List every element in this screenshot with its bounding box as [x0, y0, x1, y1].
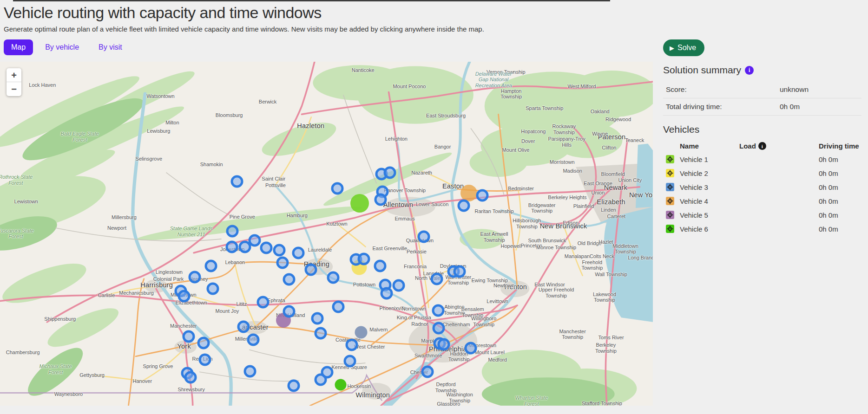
map-place-label: Carteret — [607, 213, 625, 220]
visit-marker[interactable] — [374, 260, 386, 272]
visit-marker[interactable] — [383, 166, 396, 179]
visit-marker[interactable] — [311, 312, 323, 324]
vehicle-3-home-marker[interactable] — [355, 326, 367, 339]
visit-marker[interactable] — [207, 283, 219, 295]
visit-marker[interactable] — [375, 194, 387, 206]
tab-by-visit[interactable]: By visit — [91, 39, 130, 55]
vehicle-6-home-marker[interactable] — [335, 379, 347, 390]
map-place-label: West Milford — [567, 84, 596, 90]
visit-marker[interactable] — [304, 264, 317, 276]
map-place-label: Mount Pocono — [393, 83, 426, 89]
visit-marker[interactable] — [465, 342, 477, 355]
visit-marker[interactable] — [226, 225, 239, 238]
map[interactable]: + − AllentownPhiladelphiaReadingHarrisbu… — [0, 62, 653, 406]
map-place-label: Shippensburg — [44, 316, 76, 322]
visit-marker[interactable] — [314, 327, 327, 339]
visit-marker[interactable] — [421, 366, 434, 378]
load-info-icon[interactable]: i — [758, 142, 766, 150]
vehicle-crosshair-icon — [666, 183, 674, 191]
visit-marker[interactable] — [283, 305, 296, 317]
vehicle-name: Vehicle 2 — [680, 169, 739, 177]
visit-marker[interactable] — [454, 265, 466, 278]
map-place-label: Pottstown — [353, 282, 375, 288]
solve-slot: ▶ Solve — [653, 39, 704, 56]
vehicle-driving-time: 0h 0m — [819, 225, 861, 233]
visit-marker[interactable] — [393, 279, 405, 291]
visit-marker[interactable] — [184, 371, 197, 384]
visit-marker[interactable] — [204, 260, 217, 272]
map-place-label: Chambersburg — [6, 349, 40, 356]
visit-marker[interactable] — [357, 252, 370, 265]
visit-marker[interactable] — [380, 287, 393, 299]
map-place-label: Toms River — [598, 334, 624, 340]
map-place-label: Manalapan — [565, 253, 590, 259]
visit-marker[interactable] — [178, 290, 191, 303]
visit-marker[interactable] — [476, 189, 489, 201]
visit-marker[interactable] — [257, 296, 270, 308]
zoom-out-button[interactable]: − — [7, 82, 21, 96]
visit-marker[interactable] — [231, 175, 243, 188]
visit-marker[interactable] — [199, 353, 211, 366]
visit-marker[interactable] — [344, 355, 356, 367]
visit-marker[interactable] — [237, 320, 250, 333]
visit-marker[interactable] — [276, 257, 289, 269]
visit-marker[interactable] — [327, 271, 339, 284]
map-place-label: Wayne — [592, 131, 608, 137]
visit-marker[interactable] — [273, 244, 286, 257]
map-place-label: Wilmington — [355, 391, 390, 399]
visit-marker[interactable] — [225, 240, 238, 253]
visit-marker[interactable] — [438, 338, 450, 351]
visit-marker[interactable] — [197, 337, 210, 349]
map-place-label: Berkeley Township — [586, 343, 626, 354]
map-place-label: Willingboro Township — [464, 316, 504, 328]
map-place-label: Rockaway Township — [544, 123, 584, 135]
visit-marker[interactable] — [346, 338, 358, 351]
tab-by-vehicle[interactable]: By vehicle — [38, 39, 86, 55]
visit-marker[interactable] — [283, 273, 296, 286]
map-place-label: Easton — [442, 182, 464, 190]
visit-marker[interactable] — [188, 271, 201, 283]
visit-marker[interactable] — [238, 241, 251, 253]
map-place-label: Hanover Township — [384, 188, 426, 194]
map-place-label: Colts Neck — [590, 253, 614, 259]
vehicle-crosshair-icon — [666, 155, 674, 163]
map-place-label: Bridgewater Township — [522, 202, 562, 214]
score-value: unknown — [780, 85, 859, 94]
visit-marker[interactable] — [260, 241, 273, 254]
vehicle-4-home-marker[interactable] — [460, 185, 477, 201]
vehicles-table: Name Load i Driving time Vehicle 1 0h 0m — [663, 140, 861, 236]
zoom-in-button[interactable]: + — [7, 68, 21, 82]
toolbar: Map By vehicle By visit ▶ Solve — [0, 39, 868, 56]
visit-marker[interactable] — [244, 365, 256, 377]
visit-marker[interactable] — [433, 322, 445, 334]
solution-summary-rows: Score: unknown Total driving time: 0h 0m — [663, 81, 861, 116]
map-place-label: York — [178, 342, 191, 350]
visit-marker[interactable] — [457, 200, 470, 212]
solve-button[interactable]: ▶ Solve — [663, 39, 704, 56]
visit-marker[interactable] — [247, 333, 260, 346]
visit-marker[interactable] — [332, 301, 344, 313]
visit-marker[interactable] — [183, 330, 195, 343]
map-place-label: Berkeley Heights — [548, 194, 586, 201]
map-place-label: Madison — [563, 168, 582, 174]
vehicle-row: Vehicle 6 0h 0m — [663, 222, 861, 236]
visit-marker[interactable] — [288, 380, 300, 392]
map-place-label: Rothrock State Forest — [0, 174, 37, 186]
main-content: + − AllentownPhiladelphiaReadingHarrisbu… — [0, 62, 868, 406]
visit-marker[interactable] — [292, 246, 305, 259]
map-place-label: East Stroudsburg — [426, 113, 466, 119]
page-header: Vehicle routing with capacity and time w… — [0, 0, 868, 33]
visit-marker[interactable] — [417, 231, 430, 243]
vehicle-1-home-marker[interactable] — [350, 194, 369, 213]
map-place-label: Harrisburg — [140, 281, 173, 289]
visit-marker[interactable] — [430, 273, 443, 285]
visit-marker[interactable] — [432, 304, 444, 317]
tab-map[interactable]: Map — [4, 39, 33, 55]
map-place-label: Dover — [521, 138, 535, 144]
visit-marker[interactable] — [321, 366, 333, 379]
map-place-label: Bangor — [434, 144, 451, 150]
visit-marker[interactable] — [331, 182, 344, 195]
vehicle-crosshair-icon — [666, 197, 674, 205]
map-place-label: Hopewell — [500, 243, 521, 249]
info-icon[interactable]: i — [745, 66, 754, 75]
